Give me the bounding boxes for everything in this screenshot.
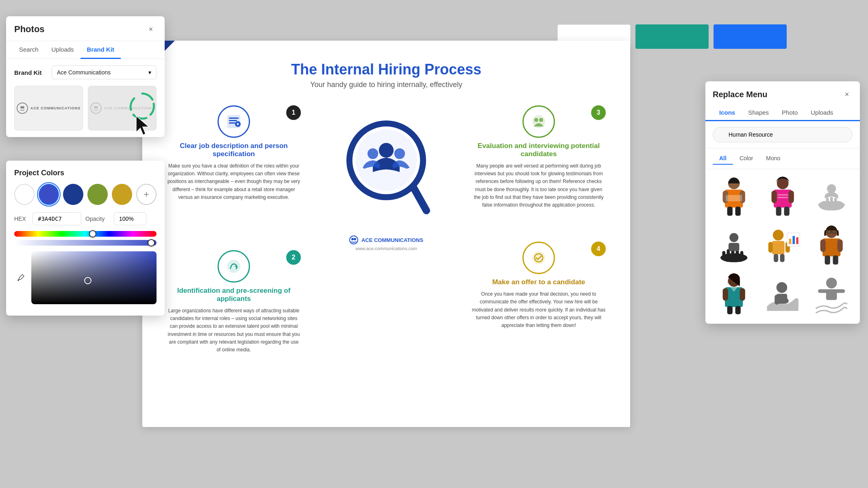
- icon-cell-5[interactable]: [758, 222, 807, 271]
- svg-point-19: [539, 118, 543, 122]
- filter-tab-color[interactable]: Color: [733, 152, 759, 165]
- svg-rect-35: [726, 195, 742, 201]
- svg-rect-1: [229, 118, 239, 119]
- step-4-icon: [522, 242, 555, 274]
- svg-point-16: [354, 238, 356, 240]
- filter-tab-mono[interactable]: Mono: [759, 152, 787, 165]
- step-1-title: Clear job description and person specifi…: [167, 142, 301, 158]
- swatch-olive-green[interactable]: [87, 184, 108, 205]
- replace-tab-photo[interactable]: Photo: [775, 105, 804, 121]
- photos-tab-uploads[interactable]: Uploads: [45, 41, 80, 59]
- photos-panel-header: Photos ×: [6, 16, 165, 41]
- color-canvas[interactable]: [31, 251, 157, 304]
- svg-rect-42: [777, 194, 788, 195]
- replace-search-area: 🔍: [705, 121, 860, 148]
- hue-slider[interactable]: [14, 231, 157, 237]
- swatch-blue[interactable]: [39, 184, 59, 205]
- svg-rect-46: [830, 197, 833, 202]
- brand-kit-select-text: Ace Communications: [57, 69, 111, 76]
- doc-step-1: 1 Clear job description and person sp: [167, 105, 301, 201]
- logo-icon-2: [90, 102, 102, 114]
- footer-brand-text: ACE COMMUNICATIONS: [361, 237, 423, 243]
- svg-rect-49: [722, 251, 725, 259]
- svg-rect-63: [796, 237, 798, 244]
- footer-brand: ACE COMMUNICATIONS: [349, 235, 423, 244]
- icon-cell-4[interactable]: [709, 222, 758, 271]
- toolbar-btn-3[interactable]: [714, 24, 787, 49]
- svg-point-82: [777, 282, 788, 293]
- icon-cell-2[interactable]: [758, 173, 807, 222]
- icon-person-hand: [716, 229, 752, 264]
- svg-rect-84: [774, 295, 779, 305]
- svg-rect-2: [229, 120, 237, 121]
- step-3-icon: [522, 105, 555, 138]
- eyedropper-button[interactable]: [14, 271, 27, 284]
- loading-spinner: [126, 89, 159, 124]
- filter-tabs: All Color Mono: [705, 148, 860, 169]
- swatch-dark-blue[interactable]: [63, 184, 83, 205]
- opacity-input[interactable]: [114, 212, 146, 225]
- svg-rect-61: [789, 239, 791, 244]
- step-2-text: Large organizations have different ways …: [167, 307, 301, 354]
- svg-rect-6: [237, 123, 238, 125]
- replace-search-input[interactable]: [713, 127, 853, 142]
- replace-header-row: Replace Menu ×: [705, 83, 860, 105]
- svg-rect-58: [768, 242, 773, 253]
- svg-rect-89: [826, 290, 837, 301]
- svg-rect-62: [792, 236, 795, 244]
- icon-cell-3[interactable]: [807, 173, 856, 222]
- svg-rect-66: [780, 254, 784, 262]
- replace-tab-icons[interactable]: Icons: [713, 105, 742, 121]
- step-1-icon: [218, 105, 250, 138]
- filter-tab-all[interactable]: All: [713, 152, 733, 165]
- replace-title: Replace Menu: [713, 90, 767, 99]
- step-3-title: Evaluation and interviewing potential ca…: [472, 142, 606, 158]
- icon-cell-8[interactable]: [758, 271, 807, 320]
- step-4-title: Make an offer to a candidate: [472, 278, 606, 286]
- replace-tab-shapes[interactable]: Shapes: [742, 105, 775, 121]
- svg-rect-79: [740, 288, 745, 301]
- photos-tab-search[interactable]: Search: [13, 41, 45, 59]
- step-3-text: Many people are well versed at performin…: [472, 162, 606, 209]
- add-color-button[interactable]: +: [136, 184, 157, 205]
- logo-icon-1: [17, 102, 28, 114]
- photos-panel-close[interactable]: ×: [145, 24, 157, 35]
- icon-person-wave: [765, 277, 801, 313]
- svg-rect-78: [722, 288, 728, 301]
- step-1-text: Make sure you have a clear definition of…: [167, 162, 301, 201]
- brand-kit-label: Brand Kit: [14, 69, 47, 76]
- swatch-white[interactable]: [14, 184, 35, 205]
- svg-point-54: [729, 233, 738, 242]
- step-4-number: 4: [591, 242, 606, 256]
- icon-hand-support: [814, 180, 849, 216]
- alpha-slider[interactable]: [14, 240, 157, 246]
- toolbar-btn-2[interactable]: [635, 24, 709, 49]
- icon-woman-orange: [716, 180, 752, 216]
- replace-panel: Replace Menu × Icons Shapes Photo Upload…: [705, 81, 860, 324]
- photos-panel-title: Photos: [14, 24, 45, 35]
- icon-woman-pink: [765, 180, 801, 216]
- canvas-thumb: [84, 277, 91, 284]
- svg-rect-38: [771, 190, 777, 203]
- photos-tab-brandkit[interactable]: Brand Kit: [80, 41, 121, 59]
- hex-input[interactable]: [33, 212, 81, 225]
- swatch-gold[interactable]: [112, 184, 132, 205]
- logo-text-1: ACE COMMUNICATIONS: [30, 106, 80, 110]
- logo-box-1[interactable]: ACE COMMUNICATIONS: [14, 86, 83, 131]
- step-2-number: 2: [286, 250, 301, 265]
- brand-kit-select[interactable]: Ace Communications ▾: [52, 65, 157, 79]
- replace-tab-uploads[interactable]: Uploads: [804, 105, 840, 121]
- color-swatches: +: [14, 184, 157, 205]
- icon-cell-6[interactable]: [807, 222, 856, 271]
- opacity-label: Opacity: [85, 216, 110, 222]
- replace-close-button[interactable]: ×: [841, 89, 853, 100]
- svg-point-10: [379, 143, 394, 157]
- picker-row: [14, 251, 157, 304]
- icon-cell-9[interactable]: [807, 271, 856, 320]
- icon-cell-1[interactable]: [709, 173, 758, 222]
- step-3-number: 3: [591, 105, 606, 120]
- svg-rect-75: [833, 255, 838, 264]
- icon-cell-7[interactable]: [709, 271, 758, 320]
- doc-content: 1 Clear job description and person sp: [142, 97, 630, 378]
- svg-line-28: [19, 279, 19, 280]
